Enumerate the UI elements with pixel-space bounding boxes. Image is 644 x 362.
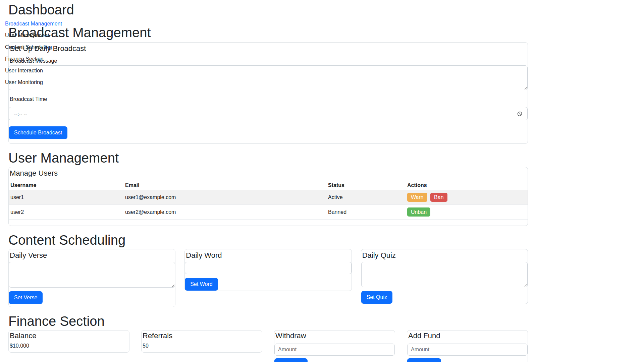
unban-user-button[interactable]: Unban xyxy=(407,207,430,217)
add-fund-button[interactable]: Add Fund xyxy=(407,358,441,362)
sidebar-item-content-scheduling: Content Scheduling xyxy=(5,41,107,53)
cell-actions: Warn Ban xyxy=(406,190,528,205)
ban-user-button[interactable]: Ban xyxy=(430,193,447,202)
daily-quiz-textarea[interactable] xyxy=(361,262,528,287)
clock-icon[interactable] xyxy=(517,111,522,116)
sidebar-link-content-scheduling[interactable]: Content Scheduling xyxy=(5,44,52,50)
add-fund-title: Add Fund xyxy=(407,330,528,341)
set-quiz-button[interactable]: Set Quiz xyxy=(361,291,392,304)
sidebar-item-finance-section: Finance Section xyxy=(5,53,107,65)
sidebar-item-broadcast-management: Broadcast Management xyxy=(5,18,107,29)
withdraw-amount-input[interactable] xyxy=(274,344,395,356)
sidebar-link-user-monitoring[interactable]: User Monitoring xyxy=(5,79,43,85)
withdraw-title: Withdraw xyxy=(274,330,395,341)
daily-word-title: Daily Word xyxy=(185,249,351,262)
sidebar: Dashboard Broadcast Management User Mana… xyxy=(0,0,107,362)
daily-quiz-title: Daily Quiz xyxy=(361,249,528,262)
cell-actions: Unban xyxy=(406,205,528,220)
sidebar-nav: Broadcast Management User Management Con… xyxy=(5,18,107,88)
sidebar-item-user-monitoring: User Monitoring xyxy=(5,76,107,88)
col-header-actions: Actions xyxy=(406,181,528,190)
referrals-card: Referrals 50 xyxy=(141,330,262,353)
daily-word-input[interactable] xyxy=(185,262,351,274)
withdraw-card: Withdraw Withdraw xyxy=(274,330,395,362)
referrals-value: 50 xyxy=(143,343,262,349)
referrals-title: Referrals xyxy=(142,330,262,341)
sidebar-link-finance-section[interactable]: Finance Section xyxy=(5,56,44,62)
dashboard-title: Dashboard xyxy=(8,3,107,16)
sidebar-link-user-interaction[interactable]: User Interaction xyxy=(5,68,43,74)
daily-word-card: Daily Word Set Word xyxy=(184,249,352,291)
sidebar-link-broadcast-management[interactable]: Broadcast Management xyxy=(5,21,62,27)
cell-status: Banned xyxy=(326,205,406,220)
cell-email: user1@example.com xyxy=(123,190,326,205)
set-word-button[interactable]: Set Word xyxy=(185,278,218,291)
col-header-email: Email xyxy=(123,181,326,190)
sidebar-link-user-management[interactable]: User Management xyxy=(5,33,49,39)
add-fund-amount-input[interactable] xyxy=(407,344,528,356)
warn-user-button[interactable]: Warn xyxy=(407,193,427,202)
sidebar-item-user-management: User Management xyxy=(5,29,107,41)
daily-quiz-card: Daily Quiz Set Quiz xyxy=(361,249,528,304)
col-header-status: Status xyxy=(326,181,406,190)
cell-email: user2@example.com xyxy=(123,205,326,220)
add-fund-card: Add Fund Add Fund xyxy=(407,330,528,362)
sidebar-item-user-interaction: User Interaction xyxy=(5,65,107,76)
withdraw-button[interactable]: Withdraw xyxy=(274,358,308,362)
cell-status: Active xyxy=(326,190,406,205)
